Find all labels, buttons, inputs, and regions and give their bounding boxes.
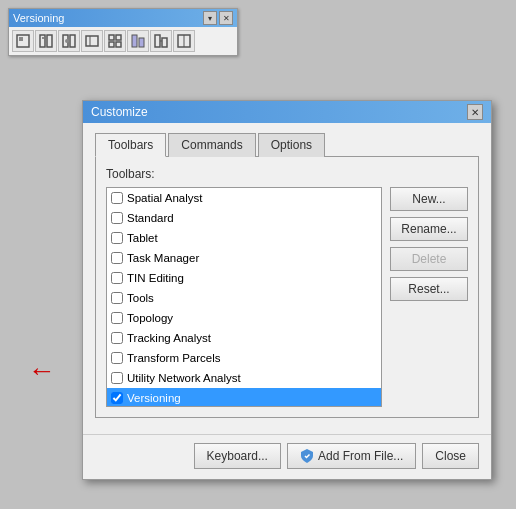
svg-rect-14: [132, 35, 137, 47]
toolbar-close-btn[interactable]: ✕: [219, 11, 233, 25]
shield-icon: [300, 449, 314, 463]
list-item-checkbox[interactable]: [111, 392, 123, 404]
svg-rect-2: [40, 35, 45, 47]
list-item-label: TIN Editing: [127, 272, 184, 284]
svg-rect-8: [86, 36, 98, 46]
dialog-body: Toolbars Commands Options Toolbars: Spat…: [83, 123, 491, 430]
dialog-title: Customize: [91, 105, 148, 119]
list-item-label: Versioning: [127, 392, 181, 404]
svg-rect-13: [116, 42, 121, 47]
list-item-checkbox[interactable]: [111, 332, 123, 344]
tab-options[interactable]: Options: [258, 133, 325, 157]
toolbar-icon-7[interactable]: [150, 30, 172, 52]
list-item-label: Tools: [127, 292, 154, 304]
toolbar-titlebar: Versioning ▾ ✕: [9, 9, 237, 27]
svg-rect-10: [109, 35, 114, 40]
list-item-label: Transform Parcels: [127, 352, 221, 364]
versioning-toolbar-window: Versioning ▾ ✕: [8, 8, 238, 56]
close-button[interactable]: Close: [422, 443, 479, 469]
toolbar-title-buttons: ▾ ✕: [203, 11, 233, 25]
svg-rect-15: [139, 38, 144, 47]
list-item-checkbox[interactable]: [111, 252, 123, 264]
content-row: Spatial AnalystStandardTabletTask Manage…: [106, 187, 468, 407]
toolbar-pin-btn[interactable]: ▾: [203, 11, 217, 25]
reset-button[interactable]: Reset...: [390, 277, 468, 301]
list-item[interactable]: Topology: [107, 308, 381, 328]
list-item-checkbox[interactable]: [111, 312, 123, 324]
add-from-file-button[interactable]: Add From File...: [287, 443, 416, 469]
tab-toolbars[interactable]: Toolbars: [95, 133, 166, 157]
svg-rect-16: [155, 35, 160, 47]
toolbar-icon-6[interactable]: [127, 30, 149, 52]
svg-rect-17: [162, 38, 167, 47]
list-item-checkbox[interactable]: [111, 272, 123, 284]
arrow-annotation: →: [28, 355, 56, 387]
list-item-checkbox[interactable]: [111, 352, 123, 364]
svg-rect-12: [109, 42, 114, 47]
toolbar-icons-container: [9, 27, 237, 55]
dialog-titlebar: Customize ✕: [83, 101, 491, 123]
toolbar-icon-4[interactable]: [81, 30, 103, 52]
toolbars-label: Toolbars:: [106, 167, 468, 181]
list-item[interactable]: Tools: [107, 288, 381, 308]
list-item-checkbox[interactable]: [111, 192, 123, 204]
svg-rect-3: [47, 35, 52, 47]
list-item[interactable]: Spatial Analyst: [107, 188, 381, 208]
action-buttons: New... Rename... Delete Reset...: [390, 187, 468, 407]
list-item[interactable]: Transform Parcels: [107, 348, 381, 368]
list-item-label: Tablet: [127, 232, 158, 244]
svg-rect-11: [116, 35, 121, 40]
list-item-label: Spatial Analyst: [127, 192, 202, 204]
toolbar-icon-3[interactable]: [58, 30, 80, 52]
list-item[interactable]: Task Manager: [107, 248, 381, 268]
delete-button[interactable]: Delete: [390, 247, 468, 271]
list-item-label: Task Manager: [127, 252, 199, 264]
toolbar-icon-8[interactable]: [173, 30, 195, 52]
tab-commands[interactable]: Commands: [168, 133, 255, 157]
toolbar-icon-2[interactable]: [35, 30, 57, 52]
list-item[interactable]: Utility Network Analyst: [107, 368, 381, 388]
list-item[interactable]: Tablet: [107, 228, 381, 248]
svg-rect-4: [42, 37, 44, 39]
list-item-checkbox[interactable]: [111, 232, 123, 244]
customize-dialog: Customize ✕ Toolbars Commands Options To…: [82, 100, 492, 480]
list-item[interactable]: TIN Editing: [107, 268, 381, 288]
dialog-footer: Keyboard... Add From File... Close: [83, 434, 491, 479]
new-button[interactable]: New...: [390, 187, 468, 211]
list-item-checkbox[interactable]: [111, 372, 123, 384]
list-item-checkbox[interactable]: [111, 292, 123, 304]
svg-point-7: [65, 39, 69, 43]
list-item[interactable]: Tracking Analyst: [107, 328, 381, 348]
list-item-label: Topology: [127, 312, 173, 324]
toolbar-title: Versioning: [13, 12, 64, 24]
dialog-close-btn[interactable]: ✕: [467, 104, 483, 120]
tabs-container: Toolbars Commands Options: [95, 133, 479, 157]
toolbar-icon-1[interactable]: [12, 30, 34, 52]
list-item-label: Utility Network Analyst: [127, 372, 241, 384]
svg-rect-1: [19, 37, 23, 41]
keyboard-button[interactable]: Keyboard...: [194, 443, 281, 469]
list-item-label: Tracking Analyst: [127, 332, 211, 344]
list-item-label: Standard: [127, 212, 174, 224]
toolbar-icon-5[interactable]: [104, 30, 126, 52]
list-item-checkbox[interactable]: [111, 212, 123, 224]
rename-button[interactable]: Rename...: [390, 217, 468, 241]
list-item[interactable]: Versioning: [107, 388, 381, 407]
list-item[interactable]: Standard: [107, 208, 381, 228]
svg-rect-6: [70, 35, 75, 47]
toolbar-list[interactable]: Spatial AnalystStandardTabletTask Manage…: [106, 187, 382, 407]
tab-content-area: Toolbars: Spatial AnalystStandardTabletT…: [95, 156, 479, 418]
